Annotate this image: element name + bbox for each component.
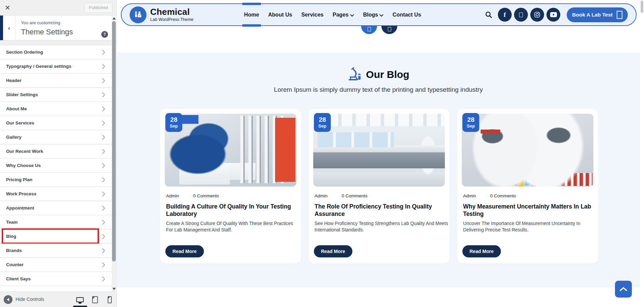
menu-label: About Me bbox=[6, 106, 27, 111]
chevron-right-icon bbox=[102, 276, 105, 282]
help-icon[interactable]: ? bbox=[101, 31, 108, 38]
chevron-right-icon bbox=[102, 205, 105, 211]
nav-item-services[interactable]: Services bbox=[301, 3, 324, 26]
tablet-preview-button[interactable] bbox=[90, 295, 100, 304]
menu-item-team[interactable]: Team bbox=[0, 215, 116, 229]
book-lab-test-button[interactable]: Book A Lab Test bbox=[567, 7, 628, 22]
search-icon[interactable] bbox=[485, 11, 492, 18]
instagram-icon[interactable] bbox=[530, 8, 544, 22]
scroll-up-arrow-icon[interactable] bbox=[112, 17, 116, 20]
chevron-right-icon bbox=[102, 135, 105, 140]
post-title[interactable]: Building A Culture Of Quality In Your Te… bbox=[166, 203, 298, 218]
menu-item-our-services[interactable]: Our Services bbox=[0, 116, 116, 130]
read-more-button[interactable]: Read More bbox=[314, 245, 352, 257]
menu-item-brands[interactable]: Brands bbox=[0, 244, 116, 258]
site-header: Chemical Lab WordPress Theme Home About … bbox=[121, 3, 637, 26]
menu-label: Section Ordering bbox=[6, 50, 43, 55]
site-logo[interactable]: Chemical Lab WordPress Theme bbox=[130, 6, 193, 23]
post-title[interactable]: Why Measurement Uncertainty Matters In L… bbox=[463, 203, 595, 218]
chevron-down-icon bbox=[379, 12, 383, 18]
section-title: Our Blog bbox=[366, 69, 409, 80]
panel-scrollbar-thumb[interactable] bbox=[112, 21, 116, 261]
panel-title: Theme Settings bbox=[21, 28, 73, 36]
hide-controls-label[interactable]: Hide Controls bbox=[16, 297, 44, 302]
close-icon[interactable]: ✕ bbox=[0, 0, 15, 15]
panel-scrollbar[interactable] bbox=[112, 16, 116, 291]
customizer-topbar: ✕ Published bbox=[0, 0, 116, 16]
chevron-right-icon bbox=[102, 234, 105, 239]
menu-item-gallery[interactable]: Gallery bbox=[0, 130, 116, 144]
microscope-icon bbox=[347, 67, 361, 82]
post-meta: Admin 0 Comments bbox=[166, 193, 296, 198]
chevron-right-icon bbox=[102, 163, 105, 168]
flask-logo-icon bbox=[130, 6, 146, 23]
menu-item-work-process[interactable]: Work Process bbox=[0, 187, 116, 201]
cta-label: Book A Lab Test bbox=[572, 12, 613, 18]
menu-item-client-says[interactable]: Client Says bbox=[0, 272, 116, 286]
read-more-button[interactable]: Read More bbox=[462, 245, 501, 257]
panel-header: ‹ You are customizing Theme Settings ? bbox=[0, 16, 116, 40]
post-author: Admin bbox=[315, 193, 327, 198]
nav-item-contact-us[interactable]: Contact Us bbox=[393, 3, 421, 26]
twitter-icon[interactable] bbox=[514, 8, 528, 22]
date-badge: 28 Sep bbox=[314, 113, 331, 132]
menu-item-blog[interactable]: Blog bbox=[0, 229, 116, 244]
post-excerpt: See How Proficiency Testing Strengthens … bbox=[315, 221, 450, 233]
customizer-app: ✕ Published ‹ You are customizing Theme … bbox=[0, 0, 644, 307]
menu-item-our-recent-work[interactable]: Our Recent Work bbox=[0, 144, 116, 159]
menu-item-why-choose-us[interactable]: Why Choose Us bbox=[0, 159, 116, 173]
youtube-icon[interactable] bbox=[546, 8, 560, 22]
facebook-icon[interactable]: f bbox=[498, 8, 512, 22]
menu-label: Header bbox=[6, 78, 22, 83]
logo-tagline: Lab WordPress Theme bbox=[150, 17, 193, 22]
date-day: 28 bbox=[170, 116, 177, 123]
preview-scrollbar-thumb[interactable] bbox=[641, 1, 643, 13]
menu-item-pricing-plan[interactable]: Pricing Plan bbox=[0, 173, 116, 187]
mobile-preview-button[interactable] bbox=[105, 295, 115, 304]
chevron-right-icon bbox=[102, 149, 105, 154]
blog-section: Our Blog Lorem Ipsum is simply dummy tex… bbox=[117, 52, 640, 287]
menu-item-slider-settings[interactable]: Slider Settings bbox=[0, 88, 116, 102]
chevron-right-icon bbox=[102, 50, 105, 55]
menu-item-appointment[interactable]: Appointment bbox=[0, 201, 116, 215]
blog-card: 28 Sep Admin 0 Comments Building A Cultu… bbox=[160, 109, 301, 263]
post-author: Admin bbox=[166, 193, 179, 198]
post-excerpt: Create A Strong Culture Of Quality With … bbox=[166, 221, 301, 233]
back-button[interactable]: ‹ bbox=[3, 16, 16, 40]
blog-image bbox=[313, 114, 445, 187]
date-day: 28 bbox=[319, 116, 326, 123]
post-author: Admin bbox=[463, 193, 476, 198]
accent-strip bbox=[0, 16, 3, 40]
menu-label: Brands bbox=[6, 248, 22, 253]
collapse-arrow-icon[interactable] bbox=[4, 295, 12, 304]
nav-label: Blogs bbox=[363, 12, 378, 18]
chevron-down-icon bbox=[350, 12, 354, 18]
menu-label: Slider Settings bbox=[6, 92, 38, 97]
post-comments: 0 Comments bbox=[342, 193, 368, 198]
nav-item-about-us[interactable]: About Us bbox=[268, 3, 292, 26]
date-day: 28 bbox=[467, 116, 474, 123]
published-button[interactable]: Published bbox=[84, 3, 112, 13]
post-title[interactable]: The Role Of Proficiency Testing In Quali… bbox=[315, 203, 446, 218]
menu-label: Pricing Plan bbox=[6, 177, 32, 182]
active-device-indicator bbox=[73, 306, 87, 307]
nav-item-pages[interactable]: Pages bbox=[332, 3, 354, 26]
menu-item-typography-general-settings[interactable]: Typography / General settings bbox=[0, 59, 116, 74]
read-more-button[interactable]: Read More bbox=[165, 245, 204, 257]
scroll-down-arrow-icon[interactable] bbox=[112, 288, 116, 290]
scroll-to-top-button[interactable] bbox=[615, 281, 632, 298]
menu-item-section-ordering[interactable]: Section Ordering bbox=[0, 45, 116, 59]
highlight-box bbox=[2, 228, 99, 244]
monitor-icon bbox=[76, 297, 84, 302]
menu-item-counter[interactable]: Counter bbox=[0, 258, 116, 272]
nav-item-home[interactable]: Home bbox=[244, 3, 259, 26]
menu-label: Our Services bbox=[6, 120, 34, 125]
post-excerpt: Uncover The Importance Of Measurement Un… bbox=[463, 221, 598, 233]
missing-glyph-icon bbox=[368, 27, 371, 31]
missing-glyph-icon bbox=[388, 27, 391, 31]
menu-item-about-me[interactable]: About Me bbox=[0, 102, 116, 116]
desktop-preview-button[interactable] bbox=[75, 295, 85, 304]
menu-item-header[interactable]: Header bbox=[0, 74, 116, 88]
nav-item-blogs[interactable]: Blogs bbox=[363, 3, 383, 26]
preview-scrollbar[interactable] bbox=[640, 0, 644, 307]
